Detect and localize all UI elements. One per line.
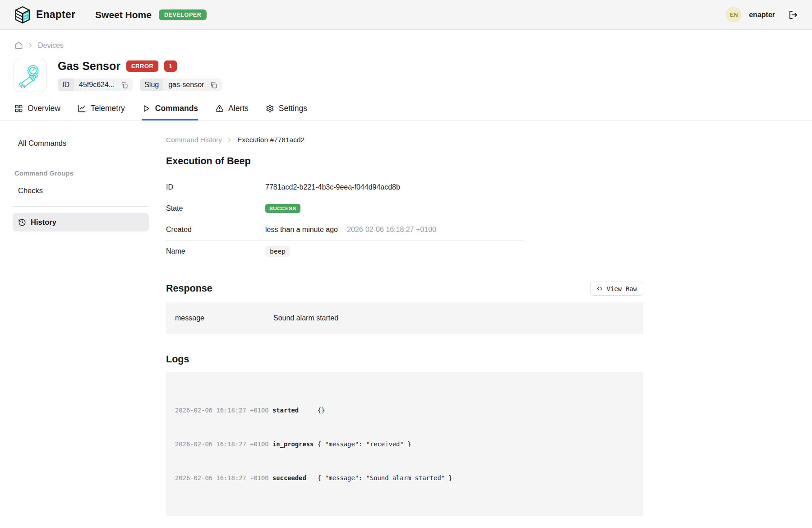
device-header: Gas Sensor ERROR 1 ID 45f9c624... S: [0, 50, 812, 92]
tab-telemetry-label: Telemetry: [91, 104, 125, 113]
device-tabs: Overview Telemetry Commands: [0, 92, 812, 120]
execution-detail-panel: Command History Execution #7781acd2 Exec…: [149, 120, 812, 516]
logs-header: Logs: [166, 354, 643, 365]
created-relative: less than a minute ago: [265, 226, 338, 234]
device-error-badge: ERROR: [126, 60, 158, 72]
detail-row-id: ID 7781acd2-b221-4b3c-9eea-f044d94acd8b: [166, 177, 525, 198]
user-name[interactable]: enapter: [749, 11, 775, 19]
breadcrumb-devices[interactable]: Devices: [38, 42, 64, 50]
device-name: Gas Sensor: [58, 60, 120, 73]
log-line: 2026-02-06 16:18:27 +0100in_progress{ "m…: [175, 439, 634, 450]
success-badge: SUCCESS: [265, 204, 300, 213]
developer-badge: DEVELOPER: [159, 9, 207, 20]
divider: [13, 206, 149, 207]
sidebar-item-history[interactable]: History: [13, 213, 149, 232]
command-name-pill: beep: [265, 246, 290, 257]
log-payload: {}: [318, 407, 325, 414]
play-icon: [142, 104, 151, 113]
tab-telemetry[interactable]: Telemetry: [78, 104, 125, 120]
device-id-label: ID: [58, 79, 74, 91]
logout-icon[interactable]: [788, 9, 798, 20]
history-label: History: [31, 218, 56, 227]
chart-icon: [78, 104, 86, 113]
copy-id-button[interactable]: [120, 81, 133, 89]
created-absolute: 2026-02-06 16:18:27 +0100: [347, 226, 436, 234]
tab-settings[interactable]: Settings: [266, 104, 307, 120]
execution-title: Execution of Beep: [166, 156, 812, 167]
view-raw-button[interactable]: View Raw: [590, 282, 643, 296]
log-state: started: [272, 405, 314, 416]
device-slug-label: Slug: [140, 79, 163, 91]
response-box: message Sound alarm started: [166, 302, 643, 334]
copy-icon: [120, 81, 128, 89]
response-message-value: Sound alarm started: [273, 314, 338, 322]
history-icon: [18, 218, 26, 227]
grid-icon: [14, 104, 23, 113]
response-message-key: message: [175, 314, 273, 322]
checks-label: Checks: [18, 186, 43, 195]
response-row-message: message Sound alarm started: [175, 314, 634, 322]
detail-id-value: 7781acd2-b221-4b3c-9eea-f044d94acd8b: [265, 183, 400, 191]
log-state: succeeded: [272, 472, 314, 484]
device-image: [14, 59, 47, 92]
divider: [13, 159, 149, 159]
device-alert-count-badge[interactable]: 1: [164, 60, 176, 72]
detail-row-created: Created less than a minute ago 2026-02-0…: [166, 219, 525, 241]
app-window: Enapter Sweet Home DEVELOPER EN enapter: [0, 0, 812, 528]
logs-title: Logs: [166, 354, 189, 365]
log-state: in_progress: [272, 439, 314, 450]
log-payload: { "message": "Sound alarm started" }: [318, 474, 452, 482]
log-timestamp: 2026-02-06 16:18:27 +0100: [175, 407, 269, 414]
tab-commands-label: Commands: [155, 104, 198, 113]
device-id-value: 45f9c624...: [74, 79, 120, 91]
user-avatar[interactable]: EN: [726, 7, 742, 23]
device-slug-pill: Slug gas-sensor: [140, 79, 222, 91]
breadcrumb: Devices: [0, 30, 812, 50]
log-timestamp: 2026-02-06 16:18:27 +0100: [175, 474, 269, 482]
detail-name-label: Name: [166, 247, 265, 255]
gas-sensor-icon: [18, 63, 43, 88]
sidebar-item-all-commands[interactable]: All Commands: [13, 134, 149, 153]
gear-icon: [266, 104, 274, 113]
log-timestamp: 2026-02-06 16:18:27 +0100: [175, 440, 269, 448]
view-raw-label: View Raw: [607, 285, 637, 292]
chevron-right-icon: [226, 137, 233, 143]
response-title: Response: [166, 283, 212, 294]
enapter-logo[interactable]: [14, 6, 32, 24]
tab-alerts[interactable]: Alerts: [215, 104, 249, 120]
detail-row-name: Name beep: [166, 241, 525, 262]
log-line: 2026-02-06 16:18:27 +0100started{}: [175, 405, 634, 416]
warning-icon: [215, 104, 224, 113]
commands-sidebar: All Commands Command Groups Checks Histo…: [0, 120, 149, 516]
detail-state-label: State: [166, 204, 265, 213]
detail-row-state: State SUCCESS: [166, 198, 525, 219]
execution-breadcrumb: Command History Execution #7781acd2: [166, 136, 812, 144]
execution-details-table: ID 7781acd2-b221-4b3c-9eea-f044d94acd8b …: [166, 177, 525, 262]
tab-settings-label: Settings: [279, 104, 307, 113]
tab-overview-label: Overview: [28, 104, 60, 113]
log-payload: { "message": "received" }: [318, 440, 411, 448]
all-commands-label: All Commands: [18, 139, 66, 148]
code-icon: [596, 285, 603, 292]
copy-icon: [210, 81, 217, 89]
site-name: Sweet Home: [95, 9, 152, 20]
log-line: 2026-02-06 16:18:27 +0100succeeded{ "mes…: [175, 472, 634, 484]
copy-slug-button[interactable]: [209, 81, 222, 89]
home-icon[interactable]: [14, 41, 23, 50]
sidebar-item-checks[interactable]: Checks: [13, 181, 149, 200]
device-slug-value: gas-sensor: [163, 79, 209, 91]
brand-name: Enapter: [36, 9, 75, 21]
sidebar-section-command-groups: Command Groups: [13, 166, 149, 181]
tab-overview[interactable]: Overview: [14, 104, 60, 120]
detail-created-label: Created: [166, 226, 265, 234]
chevron-right-icon: [27, 42, 34, 49]
detail-id-label: ID: [166, 183, 265, 191]
app-header: Enapter Sweet Home DEVELOPER EN enapter: [0, 0, 812, 30]
breadcrumb-execution: Execution #7781acd2: [237, 136, 304, 144]
device-id-pill: ID 45f9c624...: [58, 79, 133, 91]
tab-commands[interactable]: Commands: [142, 104, 198, 120]
tab-alerts-label: Alerts: [228, 104, 249, 113]
breadcrumb-command-history[interactable]: Command History: [166, 136, 222, 144]
logs-box: 2026-02-06 16:18:27 +0100started{} 2026-…: [166, 372, 643, 516]
response-header: Response View Raw: [166, 282, 643, 296]
